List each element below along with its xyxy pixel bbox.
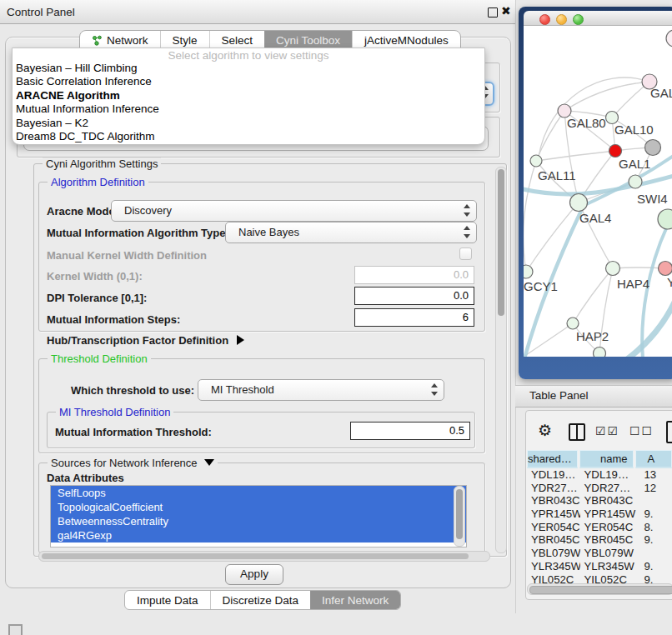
table-row[interactable]: YPR145WYPR145W9. — [527, 508, 672, 521]
manual-kernel-width-checkbox[interactable] — [459, 248, 472, 260]
node-label: GAL1 — [619, 157, 650, 171]
network-edge-thick[interactable] — [621, 297, 672, 357]
minimize-traffic-light-icon[interactable] — [556, 14, 567, 25]
bottom-tab-infer-network[interactable]: Infer Network — [310, 591, 400, 609]
network-canvas[interactable]: GAL7GAL80GAL10GAL1GAL11SWI4GAL4GCY1HAP4Y… — [524, 26, 672, 357]
collapse-down-icon — [204, 459, 214, 466]
table-row[interactable]: YBR045CYBR045C9. — [527, 533, 672, 547]
expand-right-icon — [237, 335, 244, 345]
table-cell: YLR345W — [582, 560, 640, 573]
dropdown-item[interactable]: Mutual Information Inference — [13, 102, 484, 116]
tab-label: jActiveMNodules — [364, 34, 449, 47]
attribute-item[interactable]: TopologicalCoefficient — [51, 500, 466, 514]
control-panel-titlebar — [0, 0, 515, 24]
dpi-tolerance-field[interactable]: 0.0 — [354, 287, 474, 305]
network-node[interactable] — [594, 348, 606, 358]
bottom-tab-discretize-data[interactable]: Discretize Data — [210, 591, 311, 609]
table-column-header[interactable]: A — [635, 450, 672, 468]
checked-boxes-icon[interactable]: ☑☑ — [595, 424, 619, 438]
table-cell: YBR045C — [527, 533, 580, 547]
settings-horizontal-scrollbar[interactable] — [38, 551, 490, 562]
network-node[interactable] — [666, 30, 672, 47]
network-window-titlebar[interactable] — [524, 11, 672, 26]
table-column-header[interactable]: name — [579, 450, 634, 468]
network-node[interactable] — [645, 140, 661, 156]
network-node-gal4[interactable] — [570, 194, 588, 212]
table-cell: 8. — [642, 521, 672, 534]
table-cell: YBL079W — [582, 547, 640, 560]
dropdown-item[interactable]: Basic Correlation Inference — [13, 75, 484, 88]
table-horizontal-scrollbar[interactable] — [527, 583, 672, 595]
settings-scrollbar[interactable] — [495, 167, 507, 553]
attributes-list-scrollbar[interactable] — [454, 486, 465, 547]
table-row[interactable]: YBR043CYBR043C — [527, 494, 672, 508]
network-edge[interactable] — [536, 151, 615, 161]
mi-threshold-field[interactable]: 0.5 — [350, 422, 470, 440]
network-edge[interactable] — [613, 268, 665, 268]
close-icon[interactable]: ✖ — [501, 4, 511, 18]
screen: Control Panel ✖ NetworkStyleSelectCyni T… — [0, 0, 672, 635]
network-edge[interactable] — [536, 111, 564, 161]
table-column-header[interactable]: shared… — [527, 450, 578, 468]
tab-label: Cyni Toolbox — [276, 34, 340, 47]
gear-icon[interactable]: ⚙ — [538, 421, 552, 440]
dropdown-item[interactable]: ARACNE Algorithm — [13, 89, 484, 102]
tab-label: Network — [107, 34, 148, 47]
algorithm-definition-title: Algorithm Definition — [48, 176, 148, 188]
zoom-traffic-light-icon[interactable] — [573, 14, 584, 25]
network-edge[interactable] — [524, 161, 536, 272]
apply-button[interactable]: Apply — [225, 564, 283, 585]
network-node[interactable] — [658, 209, 672, 229]
network-node-gcy1[interactable] — [524, 265, 533, 278]
node-label: Y — [667, 275, 672, 289]
dropdown-item[interactable]: Bayesian – K2 — [13, 117, 484, 130]
network-node-hap2[interactable] — [567, 318, 579, 329]
table-row[interactable]: YER054CYER054C8. — [527, 521, 672, 534]
which-threshold-combo[interactable]: MI Threshold — [198, 379, 444, 401]
node-label: GAL80 — [567, 116, 606, 130]
network-node-gal1[interactable] — [609, 145, 622, 158]
attribute-item[interactable]: gal4RGexp — [51, 528, 466, 542]
aracne-mode-combo[interactable]: Discovery — [111, 200, 477, 222]
node-label: GAL10 — [614, 122, 654, 137]
kernel-width-label: Kernel Width (0,1): — [47, 270, 143, 282]
network-node-hap4[interactable] — [606, 262, 620, 276]
dropdown-item[interactable]: Dream8 DC_TDC Algorithm — [13, 130, 484, 143]
attribute-item[interactable]: BetweennessCentrality — [51, 514, 466, 528]
tab-label: Select — [222, 34, 253, 47]
node-label: GAL7 — [650, 86, 672, 100]
table-cell: YER054C — [582, 521, 640, 534]
float-window-icon[interactable] — [488, 8, 498, 18]
bottom-tab-impute-data[interactable]: Impute Data — [125, 591, 210, 609]
table-cell: 9. — [642, 533, 672, 547]
table-cell: YBL079W — [527, 547, 580, 560]
bottom-left-corner-button[interactable] — [8, 624, 23, 635]
network-node-y[interactable] — [659, 262, 672, 276]
network-node-gal11[interactable] — [530, 155, 542, 167]
kernel-width-field[interactable]: 0.0 — [354, 266, 474, 284]
network-edge[interactable] — [564, 82, 649, 111]
table-row[interactable]: YBL079WYBL079W — [527, 547, 672, 560]
table-cell: 12 — [642, 482, 672, 495]
dropdown-item[interactable]: Bayesian – Hill Climbing — [13, 62, 484, 75]
mi-steps-field[interactable]: 6 — [354, 308, 474, 327]
close-traffic-light-icon[interactable] — [539, 14, 550, 25]
network-node-swi4[interactable] — [629, 175, 642, 188]
sources-title[interactable]: Sources for Network Inference — [48, 457, 218, 469]
table-row[interactable]: YDL19…YDL19…13 — [527, 468, 672, 482]
bottom-tabbar: Impute DataDiscretize DataInfer Network — [124, 590, 401, 610]
table-row[interactable]: YDR27…YDR27…12 — [527, 482, 672, 495]
columns-icon[interactable] — [569, 423, 585, 441]
mi-threshold-label: Mutual Information Threshold: — [55, 426, 212, 438]
table-cell: YLR345W — [527, 560, 580, 573]
mi-steps-label: Mutual Information Steps: — [47, 313, 180, 326]
node-table[interactable]: shared…nameAYDL19…YDL19…13YDR27…YDR27…12… — [527, 450, 672, 585]
mi-algorithm-type-combo[interactable]: Naive Bayes — [225, 222, 477, 243]
attribute-item[interactable]: SelfLoops — [51, 486, 466, 500]
data-attributes-list[interactable]: SelfLoopsTopologicalCoefficientBetweenne… — [50, 485, 467, 548]
unchecked-boxes-icon[interactable]: ☐☐ — [629, 424, 654, 438]
hub-section-toggle[interactable]: Hub/Transcription Factor Definition — [47, 334, 244, 347]
table-row[interactable]: YLR345WYLR345W9. — [527, 560, 672, 573]
node-label: SWI4 — [637, 192, 668, 206]
document-icon[interactable] — [666, 421, 672, 443]
